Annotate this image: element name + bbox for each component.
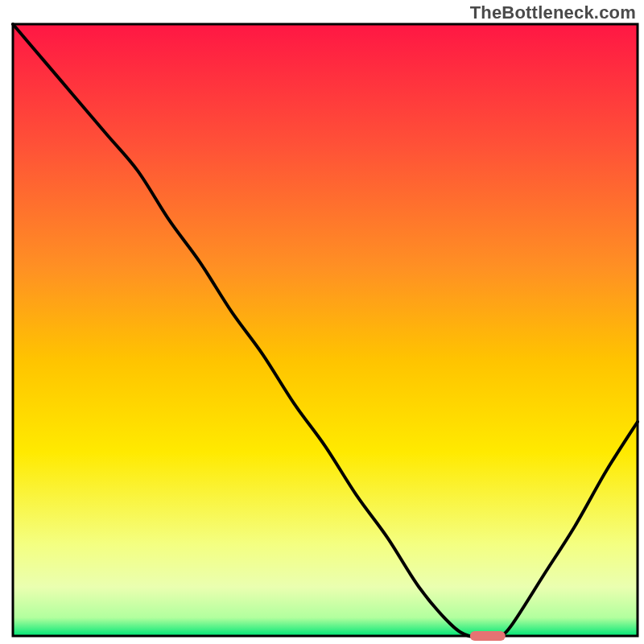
optimal-marker [470, 631, 506, 641]
chart-container: { "watermark": "TheBottleneck.com", "cha… [0, 0, 644, 644]
plot-background [13, 24, 638, 636]
watermark-text: TheBottleneck.com [470, 2, 636, 23]
bottleneck-chart [0, 0, 644, 644]
